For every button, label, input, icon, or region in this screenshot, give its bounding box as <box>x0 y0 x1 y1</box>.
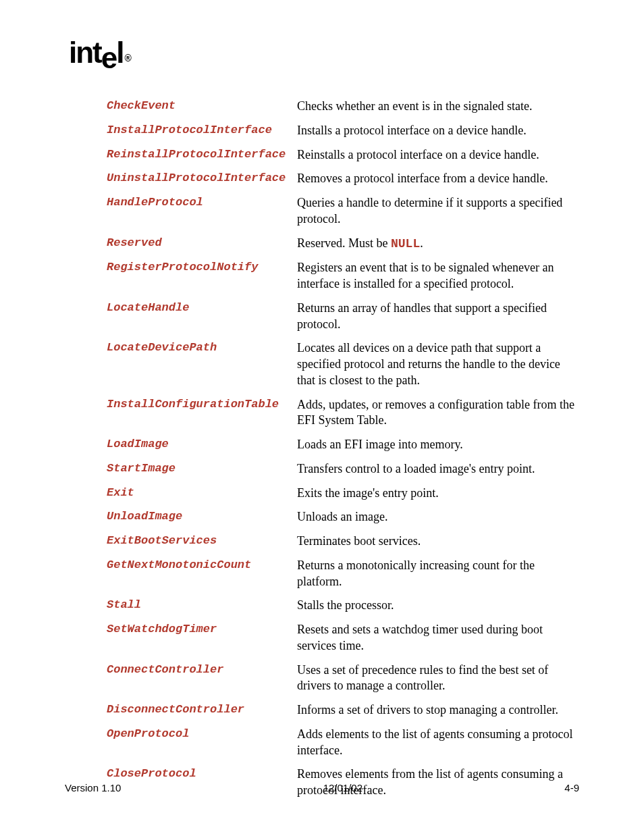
description: Adds elements to the list of agents cons… <box>297 727 579 759</box>
term: LocateHandle <box>107 301 297 316</box>
term: Stall <box>107 598 297 613</box>
definition-row: ConnectController Uses a set of preceden… <box>107 662 579 695</box>
intel-logo: intel® <box>69 38 579 68</box>
definition-row: Stall Stalls the processor. <box>107 598 579 614</box>
description: Resets and sets a watchdog timer used du… <box>297 622 579 654</box>
definition-row: StartImage Transfers control to a loaded… <box>107 461 579 477</box>
term: RegisterProtocolNotify <box>107 260 297 276</box>
term: ConnectController <box>107 662 297 678</box>
term: SetWatchdogTimer <box>107 622 297 637</box>
term: DisconnectController <box>107 702 297 718</box>
logo-text: intel <box>69 36 123 74</box>
description: Adds, updates, or removes a configuratio… <box>297 397 579 429</box>
footer-page-number: 4-9 <box>564 782 579 793</box>
term: CloseProtocol <box>107 766 297 782</box>
definition-row: HandleProtocol Queries a handle to deter… <box>107 195 579 228</box>
term: ExitBootServices <box>107 533 297 549</box>
term: HandleProtocol <box>107 195 297 211</box>
description: Reserved. Must be NULL. <box>297 236 579 253</box>
description: Locates all devices on a device path tha… <box>297 340 579 388</box>
description: Exits the image's entry point. <box>297 486 579 502</box>
description: Transfers control to a loaded image's en… <box>297 461 579 477</box>
description: Uses a set of precedence rules to find t… <box>297 662 579 695</box>
definition-row: OpenProtocol Adds elements to the list o… <box>107 727 579 759</box>
definition-row: ReinstallProtocolInterface Reinstalls a … <box>107 147 579 163</box>
term: InstallProtocolInterface <box>107 123 297 138</box>
description: Informs a set of drivers to stop managin… <box>297 702 579 719</box>
logo-trademark: ® <box>124 53 130 63</box>
definition-row: ExitBootServices Terminates boot service… <box>107 533 579 550</box>
definition-row: RegisterProtocolNotify Registers an even… <box>107 260 579 292</box>
term: LoadImage <box>107 437 297 452</box>
term: UnloadImage <box>107 509 297 525</box>
description: Checks whether an event is in the signal… <box>297 99 579 115</box>
null-keyword: NULL <box>391 237 420 251</box>
description: Registers an event that is to be signale… <box>297 260 579 292</box>
definition-row: LocateHandle Returns an array of handles… <box>107 301 579 333</box>
document-page: intel® CheckEvent Checks whether an even… <box>0 0 644 834</box>
definition-list: CheckEvent Checks whether an event is in… <box>107 99 579 799</box>
term: CheckEvent <box>107 99 297 114</box>
page-footer: Version 1.10 12/01/02 4-9 <box>65 782 579 793</box>
description: Queries a handle to determine if it supp… <box>297 195 579 228</box>
description: Reinstalls a protocol interface on a dev… <box>297 147 579 163</box>
term: InstallConfigurationTable <box>107 397 297 413</box>
definition-row: SetWatchdogTimer Resets and sets a watch… <box>107 622 579 654</box>
description: Returns an array of handles that support… <box>297 301 579 333</box>
definition-row: UnloadImage Unloads an image. <box>107 509 579 525</box>
description: Removes a protocol interface from a devi… <box>297 171 579 187</box>
definition-row: InstallProtocolInterface Installs a prot… <box>107 123 579 139</box>
definition-row: CheckEvent Checks whether an event is in… <box>107 99 579 115</box>
term: Reserved <box>107 236 297 251</box>
definition-row: UninstallProtocolInterface Removes a pro… <box>107 171 579 187</box>
term: StartImage <box>107 461 297 477</box>
description: Stalls the processor. <box>297 598 579 614</box>
definition-row: Exit Exits the image's entry point. <box>107 486 579 502</box>
description: Terminates boot services. <box>297 533 579 550</box>
term: ReinstallProtocolInterface <box>107 147 297 163</box>
term: Exit <box>107 486 297 501</box>
definition-row: LoadImage Loads an EFI image into memory… <box>107 437 579 453</box>
description: Unloads an image. <box>297 509 579 525</box>
term: LocateDevicePath <box>107 340 297 356</box>
definition-row: Reserved Reserved. Must be NULL. <box>107 236 579 253</box>
term: OpenProtocol <box>107 727 297 742</box>
description: Returns a monotonically increasing count… <box>297 558 579 590</box>
term: GetNextMonotonicCount <box>107 558 297 573</box>
description: Installs a protocol interface on a devic… <box>297 123 579 139</box>
description: Loads an EFI image into memory. <box>297 437 579 453</box>
definition-row: GetNextMonotonicCount Returns a monotoni… <box>107 558 579 590</box>
footer-version: Version 1.10 <box>65 782 121 793</box>
definition-row: InstallConfigurationTable Adds, updates,… <box>107 397 579 429</box>
definition-row: DisconnectController Informs a set of dr… <box>107 702 579 719</box>
definition-row: LocateDevicePath Locates all devices on … <box>107 340 579 388</box>
footer-date: 12/01/02 <box>323 782 363 793</box>
term: UninstallProtocolInterface <box>107 171 297 186</box>
